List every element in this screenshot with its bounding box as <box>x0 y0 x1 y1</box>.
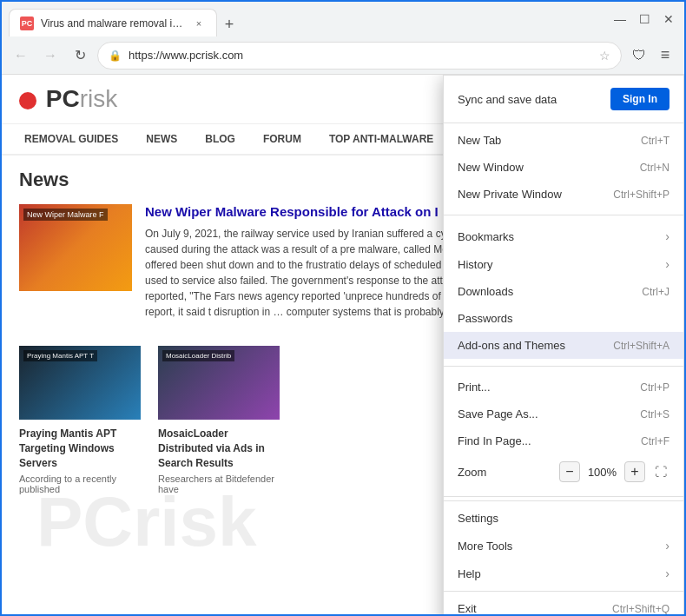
card-thumb-0: Praying Mantis APT T <box>19 346 141 420</box>
menu-passwords[interactable]: Passwords <box>444 305 683 332</box>
menu-help[interactable]: Help › <box>444 560 683 587</box>
news-card-1: MosaicLoader Distrib MosaicLoader Distri… <box>158 346 280 494</box>
menu-new-tab[interactable]: New Tab Ctrl+T <box>444 127 683 154</box>
menu-save-page[interactable]: Save Page As... Ctrl+S <box>444 401 683 427</box>
zoom-in-button[interactable]: + <box>624 461 645 482</box>
card-thumb-1: MosaicLoader Distrib <box>158 346 280 420</box>
back-button[interactable]: ← <box>9 43 33 68</box>
forward-button[interactable]: → <box>38 43 63 68</box>
menu-button[interactable]: ≡ <box>653 43 677 68</box>
menu-separator-4 <box>444 591 683 592</box>
active-tab[interactable]: PC Virus and malware removal inst × <box>9 9 217 36</box>
menu-settings[interactable]: Settings <box>444 505 683 532</box>
article-thumbnail: New Wiper Malware F <box>19 204 132 291</box>
menu-bookmarks[interactable]: Bookmarks › <box>444 222 683 250</box>
article-thumb-label: New Wiper Malware F <box>23 209 108 221</box>
zoom-expand-button[interactable]: ⛶ <box>652 463 670 480</box>
card-thumb-label-1: MosaicLoader Distrib <box>162 350 234 361</box>
menu-downloads[interactable]: Downloads Ctrl+J <box>444 278 683 305</box>
menu-find-in-page[interactable]: Find In Page... Ctrl+F <box>444 427 683 454</box>
nav-top-anti-malware[interactable]: TOP ANTI-MALWARE <box>315 124 447 156</box>
browser-window: PC Virus and malware removal inst × + — … <box>0 0 686 616</box>
menu-more-tools[interactable]: More Tools › <box>444 532 683 560</box>
menu-section-top: New Tab Ctrl+T New Window Ctrl+N New Pri… <box>444 123 683 211</box>
sign-in-button[interactable]: Sign In <box>610 88 670 110</box>
menu-addons-themes[interactable]: Add-ons and Themes Ctrl+Shift+A <box>444 332 683 359</box>
refresh-button[interactable]: ↻ <box>68 43 92 68</box>
logo-risk: risk <box>80 85 118 112</box>
menu-print[interactable]: Print... Ctrl+P <box>444 374 683 401</box>
nav-blog[interactable]: BLOG <box>191 124 249 156</box>
toolbar-buttons: 🛡 ≡ <box>627 43 677 68</box>
shield-button[interactable]: 🛡 <box>627 43 651 68</box>
zoom-out-button[interactable]: − <box>559 461 580 482</box>
maximize-button[interactable]: ☐ <box>636 10 653 28</box>
address-bar-row: ← → ↻ 🔒 https://www.pcrisk.com ☆ 🛡 ≡ <box>2 36 684 75</box>
menu-new-private-window[interactable]: New Private Window Ctrl+Shift+P <box>444 181 683 208</box>
page-area: PCrisk REMOVAL GUIDES NEWS BLOG FORUM TO… <box>2 75 684 614</box>
news-card-0: Praying Mantis APT T Praying Mantis APT … <box>19 346 141 494</box>
nav-forum[interactable]: FORUM <box>249 124 315 156</box>
nav-removal-guides[interactable]: REMOVAL GUIDES <box>10 124 132 156</box>
card-thumb-label-0: Praying Mantis APT T <box>23 350 97 361</box>
menu-separator-1 <box>444 215 683 215</box>
menu-section-mid: Bookmarks › History › Downloads Ctrl+J P… <box>444 219 683 362</box>
card-excerpt-1: Researchers at Bitdefender have <box>158 474 280 494</box>
browser-menu: Sync and save data Sign In New Tab Ctrl+… <box>443 75 684 614</box>
new-tab-button[interactable]: + <box>217 12 241 36</box>
card-excerpt-0: According to a recently published <box>19 474 141 494</box>
window-controls: — ☐ ✕ <box>601 10 677 28</box>
url-display: https://www.pcrisk.com <box>129 49 592 62</box>
tab-title: Virus and malware removal inst <box>41 17 185 30</box>
tab-favicon: PC <box>20 17 34 30</box>
menu-new-window[interactable]: New Window Ctrl+N <box>444 154 683 181</box>
menu-separator-2 <box>444 366 683 367</box>
close-window-button[interactable]: ✕ <box>660 10 677 28</box>
sync-text: Sync and save data <box>458 93 557 106</box>
card-title-0[interactable]: Praying Mantis APT Targeting Windows Ser… <box>19 427 141 470</box>
menu-section-bottom: Settings More Tools › Help › Exit Ctrl+S… <box>444 500 683 614</box>
address-field[interactable]: 🔒 https://www.pcrisk.com ☆ <box>97 42 622 70</box>
site-logo: PCrisk <box>19 85 117 113</box>
bookmark-star-icon[interactable]: ☆ <box>599 49 610 63</box>
menu-history[interactable]: History › <box>444 250 683 278</box>
card-title-1[interactable]: MosaicLoader Distributed via Ads in Sear… <box>158 427 280 470</box>
menu-section-page: Print... Ctrl+P Save Page As... Ctrl+S F… <box>444 370 683 493</box>
minimize-button[interactable]: — <box>611 10 629 28</box>
menu-separator-3 <box>444 496 683 497</box>
tab-close-button[interactable]: × <box>192 17 206 30</box>
zoom-value: 100% <box>587 466 617 479</box>
lock-icon: 🔒 <box>109 50 122 62</box>
menu-sync-header: Sync and save data Sign In <box>444 76 683 123</box>
menu-exit[interactable]: Exit Ctrl+Shift+Q <box>444 595 683 614</box>
logo-pc: PC <box>46 85 80 112</box>
tab-strip: PC Virus and malware removal inst × + <box>9 2 597 36</box>
menu-zoom-row: Zoom − 100% + ⛶ <box>444 454 683 489</box>
nav-news[interactable]: NEWS <box>132 124 191 156</box>
title-bar: PC Virus and malware removal inst × + — … <box>2 2 684 36</box>
zoom-controls: − 100% + ⛶ <box>559 461 670 482</box>
